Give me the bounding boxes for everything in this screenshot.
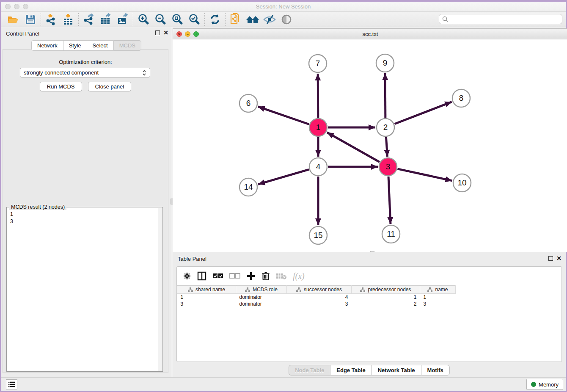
search-input[interactable] bbox=[449, 16, 562, 22]
edge-2-8[interactable] bbox=[394, 102, 451, 124]
column-header-predecessor-nodes[interactable]: predecessor nodes bbox=[352, 286, 420, 294]
export-network-button[interactable] bbox=[80, 13, 97, 26]
edge-2-9[interactable] bbox=[385, 73, 385, 118]
edge-2-3[interactable] bbox=[386, 137, 387, 157]
table-row[interactable]: 3dominator323 bbox=[177, 301, 562, 307]
toolbar-separator bbox=[225, 13, 226, 26]
table-settings-button[interactable] bbox=[183, 272, 191, 280]
close-panel-icon[interactable]: ✕ bbox=[163, 30, 168, 35]
tree-icon bbox=[188, 287, 193, 292]
criterion-select[interactable]: strongly connected component bbox=[20, 68, 150, 77]
float-panel-icon[interactable] bbox=[155, 30, 160, 35]
cell-successor-nodes[interactable]: 4 bbox=[287, 294, 352, 301]
columns-icon bbox=[197, 271, 206, 281]
tab-select[interactable]: Select bbox=[87, 40, 113, 51]
cell-MCDS-role[interactable]: dominator bbox=[236, 301, 287, 307]
clone-network-button[interactable] bbox=[227, 13, 244, 26]
session-title: Session: New Session bbox=[1, 3, 566, 10]
export-network-icon bbox=[83, 13, 95, 26]
refresh-icon bbox=[209, 14, 221, 25]
table-row[interactable]: 1dominator411 bbox=[177, 294, 562, 301]
save-session-button[interactable] bbox=[22, 13, 39, 26]
node-label-15: 15 bbox=[314, 231, 322, 240]
import-table-icon bbox=[62, 13, 74, 26]
delete-table-button[interactable] bbox=[276, 272, 287, 280]
node-table[interactable]: shared nameMCDS rolesuccessor nodesprede… bbox=[177, 285, 561, 307]
zoom-in-button[interactable] bbox=[135, 13, 152, 26]
cell-name[interactable]: 1 bbox=[420, 294, 456, 301]
add-column-button[interactable] bbox=[246, 271, 256, 281]
mcds-result-title: MCDS result (2 nodes) bbox=[9, 204, 66, 210]
column-header-name[interactable]: name bbox=[420, 286, 456, 294]
cell-shared-name[interactable]: 1 bbox=[177, 294, 236, 301]
result-scrollbar[interactable] bbox=[158, 208, 162, 371]
gear-icon bbox=[183, 272, 191, 280]
edge-3-1[interactable] bbox=[327, 133, 380, 162]
cell-shared-name[interactable]: 3 bbox=[177, 301, 236, 307]
cell-successor-nodes[interactable]: 3 bbox=[287, 301, 352, 307]
table-tabs: Node TableEdge TableNetwork TableMotifs bbox=[173, 365, 566, 375]
hide-selected-button[interactable] bbox=[261, 13, 278, 26]
select-stepper-icon bbox=[142, 70, 146, 76]
edge-4-14[interactable] bbox=[258, 169, 309, 184]
tab-node-table[interactable]: Node Table bbox=[289, 365, 330, 375]
column-header-MCDS-role[interactable]: MCDS role bbox=[236, 286, 287, 294]
export-image-icon bbox=[116, 13, 129, 26]
column-header-successor-nodes[interactable]: successor nodes bbox=[287, 286, 352, 294]
refresh-button[interactable] bbox=[206, 13, 223, 26]
column-header-shared-name[interactable]: shared name bbox=[177, 286, 236, 294]
tab-network[interactable]: Network bbox=[31, 40, 63, 51]
toolbar-separator bbox=[41, 13, 41, 26]
zoom-out-button[interactable] bbox=[152, 13, 169, 26]
node-label-4: 4 bbox=[316, 162, 321, 171]
node-label-6: 6 bbox=[246, 99, 251, 108]
tab-motifs[interactable]: Motifs bbox=[421, 365, 450, 375]
tab-network-table[interactable]: Network Table bbox=[372, 365, 421, 375]
open-session-button[interactable] bbox=[5, 13, 22, 26]
zoom-selected-button[interactable] bbox=[186, 13, 203, 26]
eye-icon bbox=[281, 14, 292, 25]
edge-1-6[interactable] bbox=[258, 107, 309, 124]
task-history-button[interactable] bbox=[6, 379, 17, 389]
run-mcds-button[interactable]: Run MCDS bbox=[40, 82, 82, 91]
mcds-result-text[interactable]: 1 3 bbox=[7, 207, 162, 225]
zoom-fit-button[interactable] bbox=[169, 13, 186, 26]
delete-column-button[interactable] bbox=[261, 271, 270, 281]
network-graph[interactable]: 7968124314101511 bbox=[173, 39, 567, 252]
edge-3-10[interactable] bbox=[397, 169, 452, 181]
mcds-panel: Optimization criterion: strongly connect… bbox=[3, 49, 168, 373]
export-table-button[interactable] bbox=[97, 13, 114, 26]
float-table-panel-icon[interactable] bbox=[548, 256, 553, 261]
edge-3-11[interactable] bbox=[388, 177, 391, 224]
show-column-button[interactable] bbox=[197, 271, 206, 281]
zoom-selected-icon bbox=[188, 13, 201, 26]
deselect-all-columns-button[interactable] bbox=[229, 273, 240, 279]
close-table-panel-icon[interactable]: ✕ bbox=[556, 256, 561, 261]
network-titlebar[interactable]: ✕ − ＋ scc.txt bbox=[173, 28, 567, 39]
export-table-icon bbox=[99, 13, 112, 26]
control-panel: Control Panel ✕ NetworkStyleSelectMCDS O… bbox=[1, 27, 172, 377]
edge-1-7[interactable] bbox=[318, 74, 318, 118]
cell-name[interactable]: 3 bbox=[420, 301, 456, 307]
memory-button[interactable]: Memory bbox=[526, 379, 563, 390]
cell-predecessor-nodes[interactable]: 1 bbox=[352, 294, 420, 301]
tree-icon bbox=[427, 287, 432, 292]
toolbar-separator bbox=[133, 13, 133, 26]
export-image-button[interactable] bbox=[114, 13, 131, 26]
network-canvas[interactable]: 7968124314101511 bbox=[173, 39, 567, 252]
close-panel-button[interactable]: Close panel bbox=[88, 82, 132, 91]
node-label-2: 2 bbox=[383, 123, 388, 132]
select-all-columns-button[interactable] bbox=[212, 273, 223, 279]
cell-predecessor-nodes[interactable]: 2 bbox=[352, 301, 420, 307]
tab-style[interactable]: Style bbox=[63, 40, 87, 51]
function-builder-button[interactable]: f(x) bbox=[293, 271, 305, 281]
search-box[interactable] bbox=[439, 14, 562, 24]
tab-mcds[interactable]: MCDS bbox=[113, 40, 141, 51]
show-all-button[interactable] bbox=[278, 13, 295, 26]
import-network-button[interactable] bbox=[43, 13, 60, 26]
cell-MCDS-role[interactable]: dominator bbox=[236, 294, 287, 301]
import-network-icon bbox=[45, 13, 58, 26]
import-table-button[interactable] bbox=[60, 13, 77, 26]
tab-edge-table[interactable]: Edge Table bbox=[330, 365, 371, 375]
first-neighbors-button[interactable] bbox=[244, 13, 261, 26]
